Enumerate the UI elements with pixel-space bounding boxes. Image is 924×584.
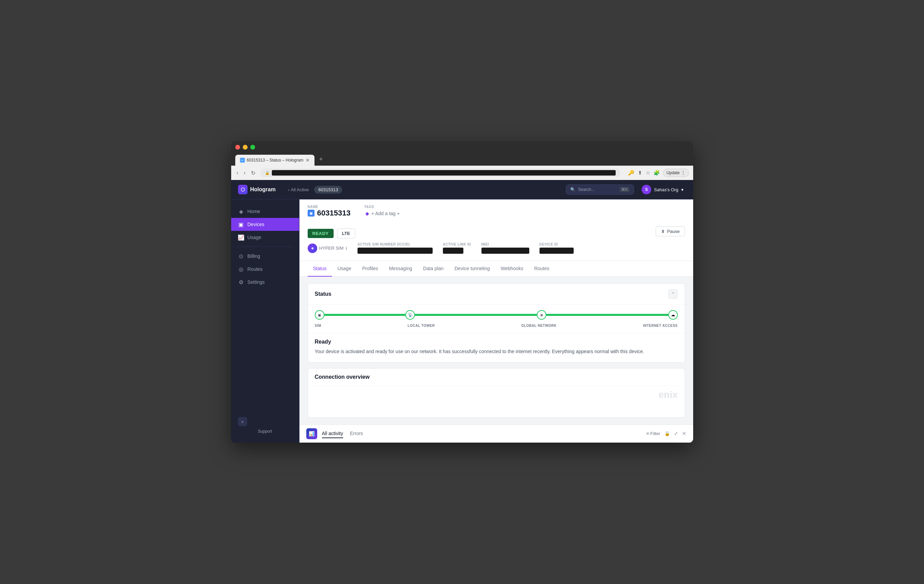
sim-iccid-value xyxy=(358,247,432,254)
tab-data-plan[interactable]: Data plan xyxy=(417,261,449,277)
support-link[interactable]: Support xyxy=(238,429,292,434)
update-label: Update xyxy=(667,170,680,175)
device-name-row: ▣ 60315313 xyxy=(308,209,351,218)
tab-profiles[interactable]: Profiles xyxy=(357,261,384,277)
sidebar-item-settings[interactable]: ⚙ Settings xyxy=(231,276,299,289)
activity-tab-all[interactable]: All activity xyxy=(322,429,343,438)
tag-icon: ◆ xyxy=(365,211,369,216)
sidebar-item-devices[interactable]: ▣ Devices xyxy=(231,218,299,231)
activity-tab-errors[interactable]: Errors xyxy=(350,429,363,438)
device-name-value: 60315313 xyxy=(317,209,351,218)
status-card-title: Status xyxy=(315,291,332,297)
device-type-icon: ▣ xyxy=(308,210,315,216)
org-avatar: S xyxy=(642,185,651,194)
watermark-text: enix xyxy=(658,389,678,400)
active-link-label: ACTIVE LINK ID xyxy=(443,243,471,246)
sim-type-badge: ◈ HYPER SIM ℹ xyxy=(308,244,348,253)
tab-messaging[interactable]: Messaging xyxy=(383,261,417,277)
forward-button[interactable]: › xyxy=(243,169,247,177)
usage-icon: 📈 xyxy=(238,234,244,241)
device-id-label: DEVICE ID xyxy=(540,243,574,246)
sidebar-label-billing: Billing xyxy=(248,253,260,259)
breadcrumb-back-button[interactable]: ‹ All Active xyxy=(285,186,312,194)
tower-to-network-line xyxy=(415,314,537,316)
back-button[interactable]: ‹ xyxy=(235,169,240,177)
imei-label: IMEI xyxy=(482,243,529,246)
sidebar-divider xyxy=(237,247,294,247)
imei-value xyxy=(482,247,529,254)
filter-icon: ≡ xyxy=(647,431,649,436)
update-button[interactable]: Update ⋮ xyxy=(663,169,689,177)
connection-labels: SIM LOCAL TOWER GLOBAL NETWORK INTERNET … xyxy=(315,324,678,328)
all-activity-label: All activity xyxy=(322,431,343,436)
new-tab-button[interactable]: + xyxy=(316,153,327,166)
filter-label: Filter xyxy=(650,431,660,436)
tab-routes[interactable]: Routes xyxy=(529,261,554,277)
tower-connection-icon: 📡 xyxy=(405,310,415,320)
top-nav: ⬡ Hologram ‹ All Active 60315313 🔍 Searc… xyxy=(231,180,693,200)
add-tag-label: + Add a tag + xyxy=(371,211,399,216)
tower-icon: 📡 xyxy=(408,312,413,317)
sidebar-label-usage: Usage xyxy=(248,234,261,240)
bookmark-icon[interactable]: ☆ xyxy=(645,169,651,177)
breadcrumb-current: 60315313 xyxy=(314,186,342,194)
share-icon[interactable]: ⬆ xyxy=(637,169,643,177)
tab-webhooks[interactable]: Webhooks xyxy=(495,261,529,277)
connection-overview-header: Connection overview xyxy=(308,368,685,386)
extensions-icon[interactable]: 🧩 xyxy=(653,169,661,177)
tab-status[interactable]: Status xyxy=(308,261,332,277)
status-card-collapse-button[interactable]: ⌃ xyxy=(668,289,678,299)
sidebar-item-billing[interactable]: ⊙ Billing xyxy=(231,250,299,262)
conn-label-internet: INTERNET ACCESS xyxy=(643,324,678,328)
connection-overview-card: Connection overview enix xyxy=(308,368,685,418)
activity-close-button[interactable]: ✕ xyxy=(682,430,686,437)
hyper-sim-label: HYPER SIM xyxy=(319,246,344,251)
url-text xyxy=(272,170,615,175)
activity-bar: 📊 All activity Errors ≡ xyxy=(299,424,693,443)
main-layout: ◈ Home ▣ Devices 📈 Usage ⊙ Billing xyxy=(231,200,693,442)
expand-button[interactable]: ⤢ xyxy=(674,431,678,436)
org-selector[interactable]: S Sahas's Org ▾ xyxy=(639,183,686,196)
search-icon: 🔍 xyxy=(570,187,575,192)
search-bar[interactable]: 🔍 Search... ⌘K xyxy=(566,185,634,195)
active-tab[interactable]: H 60315313 – Status – Hologram ✕ xyxy=(235,155,315,166)
close-window-button[interactable] xyxy=(235,145,240,150)
lte-badge: LTE xyxy=(337,228,355,238)
page-tabs: Status Usage Profiles Messaging Data pla… xyxy=(299,261,693,277)
tags-section: TAGS ◆ + Add a tag + xyxy=(364,205,685,218)
sidebar-collapse-button[interactable]: « xyxy=(238,417,247,426)
device-header-row: NAME ▣ 60315313 TAGS ◆ + Add a xyxy=(308,205,685,220)
status-card: Status ⌃ ▣ xyxy=(308,284,685,362)
reload-button[interactable]: ↻ xyxy=(249,169,257,177)
add-tag-button[interactable]: ◆ + Add a tag + xyxy=(364,209,685,218)
hyper-sim-info-icon: ℹ xyxy=(346,246,347,251)
maximize-window-button[interactable] xyxy=(250,145,255,150)
tab-close-button[interactable]: ✕ xyxy=(305,157,310,163)
minimize-window-button[interactable] xyxy=(243,145,248,150)
browser-actions: 🔑 ⬆ ☆ 🧩 Update ⋮ xyxy=(627,169,689,177)
url-bar[interactable]: 🔒 xyxy=(260,168,620,177)
sidebar-item-usage[interactable]: 📈 Usage xyxy=(231,231,299,244)
breadcrumb-arrow-icon: ‹ xyxy=(288,187,289,192)
cards-area: Status ⌃ ▣ xyxy=(299,277,693,424)
device-id-group: DEVICE ID xyxy=(540,243,574,254)
billing-icon: ⊙ xyxy=(238,253,244,259)
sidebar-item-routes[interactable]: ◎ Routes xyxy=(231,262,299,276)
close-icon: ✕ xyxy=(682,431,686,436)
activity-lock-button[interactable]: 🔒 xyxy=(665,431,670,436)
conn-label-sim: SIM xyxy=(315,324,321,328)
tab-bar: H 60315313 – Status – Hologram ✕ + xyxy=(235,153,689,166)
lock-icon: 🔒 xyxy=(665,431,670,436)
sidebar-item-home[interactable]: ◈ Home xyxy=(231,205,299,218)
activity-bar-icon: 📊 xyxy=(306,428,317,439)
ready-badge: READY xyxy=(308,229,333,238)
errors-label: Errors xyxy=(350,431,363,436)
active-link-value xyxy=(443,247,464,254)
tab-device-tunneling[interactable]: Device tunneling xyxy=(449,261,495,277)
tab-usage[interactable]: Usage xyxy=(332,261,356,277)
key-icon: 🔑 xyxy=(627,169,635,177)
pause-button[interactable]: ⏸ Pause xyxy=(656,226,685,236)
sidebar-label-devices: Devices xyxy=(248,222,265,227)
connection-bar-section: ▣ 📡 ⊕ xyxy=(308,304,685,333)
filter-button[interactable]: ≡ Filter xyxy=(647,431,660,436)
